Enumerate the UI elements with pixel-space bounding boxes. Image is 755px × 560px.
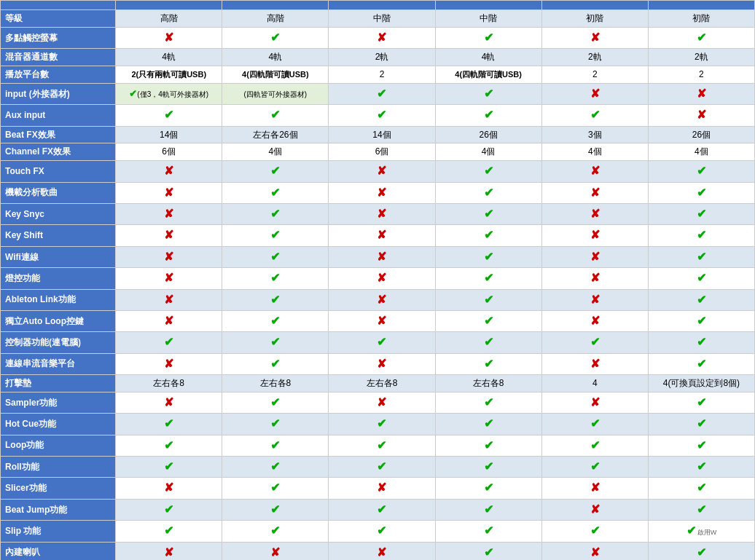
cell-19-4: ✘ bbox=[541, 392, 648, 413]
cell-17-4: ✘ bbox=[541, 353, 648, 374]
header-sc-live2 bbox=[648, 1, 754, 10]
row-label-16: 控制器功能(連電腦) bbox=[1, 332, 116, 353]
cell-4-5: ✘ bbox=[648, 83, 754, 104]
cell-0-0: 高階 bbox=[116, 10, 222, 28]
cell-2-4: 2軌 bbox=[541, 49, 648, 66]
table-row: Beat Jump功能✔✔✔✔✘✔ bbox=[1, 499, 755, 520]
cell-12-4: ✘ bbox=[541, 246, 648, 267]
cell-3-0: 2(只有兩軌可讀USB) bbox=[116, 66, 222, 83]
row-label-9: 機載分析歌曲 bbox=[1, 182, 116, 203]
cell-24-2: ✔ bbox=[329, 499, 435, 520]
cell-26-0: ✘ bbox=[116, 542, 222, 560]
cell-14-1: ✔ bbox=[222, 289, 329, 310]
cell-1-0: ✘ bbox=[116, 27, 222, 48]
cell-21-2: ✔ bbox=[329, 435, 435, 456]
table-row: Touch FX✘✔✘✔✘✔ bbox=[1, 161, 755, 182]
cell-3-5: 2 bbox=[648, 66, 754, 83]
cell-23-3: ✔ bbox=[435, 478, 541, 499]
cell-25-3: ✔ bbox=[435, 521, 541, 542]
cell-2-3: 4軌 bbox=[435, 49, 541, 66]
table-row: Key Snyc✘✔✘✔✘✔ bbox=[1, 203, 755, 224]
header-sc-live4 bbox=[435, 1, 541, 10]
cell-15-2: ✘ bbox=[329, 310, 435, 331]
table-row: 播放平台數2(只有兩軌可讀USB)4(四軌階可讀USB)24(四軌階可讀USB)… bbox=[1, 66, 755, 83]
row-label-8: Touch FX bbox=[1, 161, 116, 182]
table-row: Roll功能✔✔✔✔✔✔ bbox=[1, 457, 755, 478]
table-row: Aux input✔✔✔✔✔✘ bbox=[1, 105, 755, 126]
cell-19-0: ✘ bbox=[116, 392, 222, 413]
cell-18-0: 左右各8 bbox=[116, 375, 222, 393]
cell-20-4: ✔ bbox=[541, 414, 648, 435]
cell-10-5: ✔ bbox=[648, 203, 754, 224]
cell-7-3: 4個 bbox=[435, 143, 541, 161]
cell-0-1: 高階 bbox=[222, 10, 329, 28]
cell-19-3: ✔ bbox=[435, 392, 541, 413]
table-row: Sampler功能✘✔✘✔✘✔ bbox=[1, 392, 755, 413]
cell-19-5: ✔ bbox=[648, 392, 754, 413]
cell-10-1: ✔ bbox=[222, 203, 329, 224]
cell-5-1: ✔ bbox=[222, 105, 329, 126]
cell-3-2: 2 bbox=[329, 66, 435, 83]
row-label-5: Aux input bbox=[1, 105, 116, 126]
cell-24-3: ✔ bbox=[435, 499, 541, 520]
cell-5-5: ✘ bbox=[648, 105, 754, 126]
cell-2-0: 4軌 bbox=[116, 49, 222, 66]
header-prime4 bbox=[222, 1, 329, 10]
cell-25-5: ✔啟用W bbox=[648, 521, 754, 542]
cell-0-2: 中階 bbox=[329, 10, 435, 28]
table-row: Loop功能✔✔✔✔✔✔ bbox=[1, 435, 755, 456]
cell-4-2: ✔ bbox=[329, 83, 435, 104]
header-xdj-xz bbox=[116, 1, 222, 10]
row-label-1: 多點觸控螢幕 bbox=[1, 27, 116, 48]
cell-15-1: ✔ bbox=[222, 310, 329, 331]
cell-26-1: ✘ bbox=[222, 542, 329, 560]
cell-17-1: ✔ bbox=[222, 353, 329, 374]
cell-21-4: ✔ bbox=[541, 435, 648, 456]
table-row: Channel FX效果6個4個6個4個4個4個 bbox=[1, 143, 755, 161]
cell-21-3: ✔ bbox=[435, 435, 541, 456]
row-label-24: Beat Jump功能 bbox=[1, 499, 116, 520]
cell-10-4: ✘ bbox=[541, 203, 648, 224]
cell-9-4: ✘ bbox=[541, 182, 648, 203]
cell-18-1: 左右各8 bbox=[222, 375, 329, 393]
cell-23-5: ✔ bbox=[648, 478, 754, 499]
cell-7-2: 6個 bbox=[329, 143, 435, 161]
cell-12-3: ✔ bbox=[435, 246, 541, 267]
cell-3-3: 4(四軌階可讀USB) bbox=[435, 66, 541, 83]
row-label-4: input (外接器材) bbox=[1, 83, 116, 104]
table-row: 燈控功能✘✔✘✔✘✔ bbox=[1, 268, 755, 289]
row-label-19: Sampler功能 bbox=[1, 392, 116, 413]
cell-20-2: ✔ bbox=[329, 414, 435, 435]
cell-13-3: ✔ bbox=[435, 268, 541, 289]
cell-8-2: ✘ bbox=[329, 161, 435, 182]
cell-1-2: ✘ bbox=[329, 27, 435, 48]
cell-22-5: ✔ bbox=[648, 457, 754, 478]
cell-21-5: ✔ bbox=[648, 435, 754, 456]
cell-7-5: 4個 bbox=[648, 143, 754, 161]
header-xdj-rx3 bbox=[329, 1, 435, 10]
row-label-2: 混音器通道數 bbox=[1, 49, 116, 66]
cell-15-0: ✘ bbox=[116, 310, 222, 331]
cell-18-3: 左右各8 bbox=[435, 375, 541, 393]
row-label-14: Ableton Link功能 bbox=[1, 289, 116, 310]
cell-6-0: 14個 bbox=[116, 126, 222, 143]
cell-4-4: ✘ bbox=[541, 83, 648, 104]
table-row: Wifi連線✘✔✘✔✘✔ bbox=[1, 246, 755, 267]
cell-15-3: ✔ bbox=[435, 310, 541, 331]
cell-3-4: 2 bbox=[541, 66, 648, 83]
cell-15-4: ✘ bbox=[541, 310, 648, 331]
row-label-6: Beat FX效果 bbox=[1, 126, 116, 143]
comparison-table: 等級高階高階中階中階初階初階多點觸控螢幕✘✔✘✔✘✔混音器通道數4軌4軌2軌4軌… bbox=[0, 0, 755, 560]
table-row: Key Shift✘✔✘✔✘✔ bbox=[1, 225, 755, 246]
row-label-25: Slip 功能 bbox=[1, 521, 116, 542]
cell-20-3: ✔ bbox=[435, 414, 541, 435]
cell-9-5: ✔ bbox=[648, 182, 754, 203]
cell-19-2: ✘ bbox=[329, 392, 435, 413]
row-label-10: Key Snyc bbox=[1, 203, 116, 224]
cell-11-5: ✔ bbox=[648, 225, 754, 246]
table-row: 機載分析歌曲✘✔✘✔✘✔ bbox=[1, 182, 755, 203]
cell-1-1: ✔ bbox=[222, 27, 329, 48]
cell-18-4: 4 bbox=[541, 375, 648, 393]
cell-24-5: ✔ bbox=[648, 499, 754, 520]
cell-25-0: ✔ bbox=[116, 521, 222, 542]
